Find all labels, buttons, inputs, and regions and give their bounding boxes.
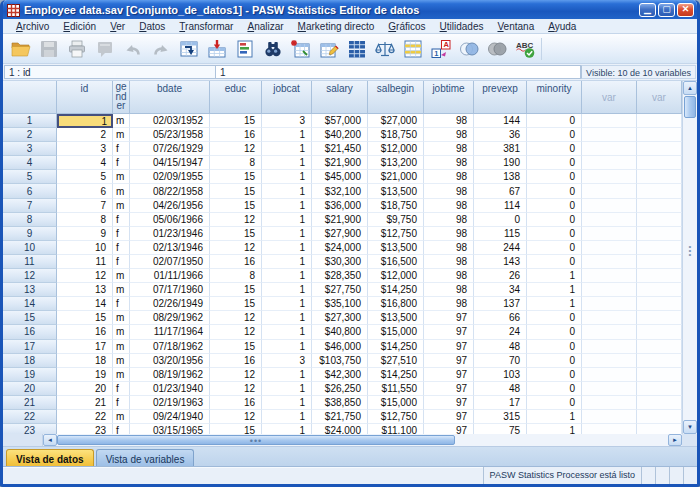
cell-r6-salbegin[interactable]: $13,500 (368, 184, 424, 198)
tab-vista-de-variables[interactable]: Vista de variables (96, 449, 195, 466)
cell-r7-prevexp[interactable]: 114 (474, 199, 527, 213)
cell-r7-id[interactable]: 7 (57, 199, 113, 213)
cell-r19-prevexp[interactable]: 103 (474, 368, 527, 382)
row-header-13[interactable]: 13 (3, 283, 57, 297)
cell-r10-salbegin[interactable]: $13,500 (368, 241, 424, 255)
cell-r13-minority[interactable]: 1 (527, 283, 582, 297)
cell-r4-salbegin[interactable]: $13,200 (368, 156, 424, 170)
cell-r23-bdate[interactable]: 03/15/1965 (130, 424, 210, 434)
cell-r23-gender[interactable]: f (113, 424, 130, 434)
cell-r10-jobcat[interactable]: 1 (262, 241, 312, 255)
cell-r12-salbegin[interactable]: $12,000 (368, 269, 424, 283)
cell-r10-minority[interactable]: 0 (527, 241, 582, 255)
cell-r23-var[interactable] (582, 424, 637, 434)
cell-r13-jobtime[interactable]: 98 (424, 283, 474, 297)
cell-r7-jobtime[interactable]: 98 (424, 199, 474, 213)
cell-r14-jobtime[interactable]: 98 (424, 297, 474, 311)
cell-r8-bdate[interactable]: 05/06/1966 (130, 213, 210, 227)
row-header-21[interactable]: 21 (3, 396, 57, 410)
cell-r10-var[interactable] (637, 241, 682, 255)
column-header-bdate[interactable]: bdate (130, 81, 210, 114)
spell-check-button[interactable]: ABC (511, 36, 539, 62)
cell-r4-jobcat[interactable]: 1 (262, 156, 312, 170)
cell-r11-var[interactable] (582, 255, 637, 269)
cell-editor[interactable]: 1 (216, 65, 581, 79)
row-header-15[interactable]: 15 (3, 311, 57, 325)
cell-r12-salary[interactable]: $28,350 (312, 269, 368, 283)
column-header-gender[interactable]: ge nd er (113, 81, 130, 114)
cell-r14-gender[interactable]: f (113, 297, 130, 311)
cell-r7-var[interactable] (582, 199, 637, 213)
cell-r22-salbegin[interactable]: $12,750 (368, 410, 424, 424)
cell-r12-bdate[interactable]: 01/11/1966 (130, 269, 210, 283)
recall-dialogs-button[interactable] (91, 36, 119, 62)
cell-r15-id[interactable]: 15 (57, 311, 113, 325)
cell-r9-salary[interactable]: $27,900 (312, 227, 368, 241)
row-header-19[interactable]: 19 (3, 368, 57, 382)
cell-r15-educ[interactable]: 12 (210, 311, 262, 325)
cell-r19-salary[interactable]: $42,300 (312, 368, 368, 382)
cell-r19-var[interactable] (637, 368, 682, 382)
cell-r2-salbegin[interactable]: $18,750 (368, 128, 424, 142)
goto-variable-button[interactable] (203, 36, 231, 62)
cell-r8-minority[interactable]: 0 (527, 213, 582, 227)
cell-r19-gender[interactable]: m (113, 368, 130, 382)
cell-r16-bdate[interactable]: 11/17/1964 (130, 325, 210, 339)
menu-utilidades[interactable]: Utilidades (433, 21, 491, 32)
close-button[interactable]: ✕ (677, 3, 694, 17)
cell-r3-jobcat[interactable]: 1 (262, 142, 312, 156)
cell-r21-prevexp[interactable]: 17 (474, 396, 527, 410)
cell-r15-prevexp[interactable]: 66 (474, 311, 527, 325)
vertical-scroll-thumb[interactable] (684, 96, 696, 118)
cell-r6-jobtime[interactable]: 98 (424, 184, 474, 198)
cell-r21-gender[interactable]: f (113, 396, 130, 410)
menu-datos[interactable]: Datos (132, 21, 172, 32)
cell-r22-minority[interactable]: 1 (527, 410, 582, 424)
cell-r17-bdate[interactable]: 07/18/1962 (130, 340, 210, 354)
cell-r10-id[interactable]: 10 (57, 241, 113, 255)
cell-r20-var[interactable] (582, 382, 637, 396)
cell-r7-bdate[interactable]: 04/26/1956 (130, 199, 210, 213)
cell-r3-var[interactable] (582, 142, 637, 156)
cell-r17-prevexp[interactable]: 48 (474, 340, 527, 354)
row-header-22[interactable]: 22 (3, 410, 57, 424)
cell-r9-var[interactable] (637, 227, 682, 241)
cell-r11-jobtime[interactable]: 98 (424, 255, 474, 269)
cell-r6-var[interactable] (582, 184, 637, 198)
minimize-button[interactable]: ▁ (639, 3, 656, 17)
cell-r18-gender[interactable]: m (113, 354, 130, 368)
cell-r10-gender[interactable]: f (113, 241, 130, 255)
cell-r21-educ[interactable]: 16 (210, 396, 262, 410)
row-header-5[interactable]: 5 (3, 170, 57, 184)
cell-r8-salary[interactable]: $21,900 (312, 213, 368, 227)
horizontal-scroll-thumb[interactable]: ••• (57, 435, 455, 445)
cell-r14-jobcat[interactable]: 1 (262, 297, 312, 311)
cell-r23-minority[interactable]: 1 (527, 424, 582, 434)
row-header-16[interactable]: 16 (3, 325, 57, 339)
cell-r10-bdate[interactable]: 02/13/1946 (130, 241, 210, 255)
cell-r15-var[interactable] (582, 311, 637, 325)
cell-r6-var[interactable] (637, 184, 682, 198)
scroll-left-icon[interactable]: ◄ (43, 434, 57, 446)
cell-r21-jobtime[interactable]: 97 (424, 396, 474, 410)
cell-r9-jobcat[interactable]: 1 (262, 227, 312, 241)
cell-r5-salary[interactable]: $45,000 (312, 170, 368, 184)
save-file-button[interactable] (35, 36, 63, 62)
cell-r16-minority[interactable]: 0 (527, 325, 582, 339)
cell-r15-salbegin[interactable]: $13,500 (368, 311, 424, 325)
cell-r20-salbegin[interactable]: $11,550 (368, 382, 424, 396)
row-header-7[interactable]: 7 (3, 199, 57, 213)
cell-r14-salary[interactable]: $35,100 (312, 297, 368, 311)
cell-r13-salbegin[interactable]: $14,250 (368, 283, 424, 297)
row-header-11[interactable]: 11 (3, 255, 57, 269)
cell-r4-var[interactable] (637, 156, 682, 170)
cell-r16-jobcat[interactable]: 1 (262, 325, 312, 339)
cell-r18-salary[interactable]: $103,750 (312, 354, 368, 368)
cell-r18-salbegin[interactable]: $27,510 (368, 354, 424, 368)
cell-r16-var[interactable] (582, 325, 637, 339)
cell-r10-jobtime[interactable]: 98 (424, 241, 474, 255)
cell-r21-var[interactable] (582, 396, 637, 410)
cell-r8-salbegin[interactable]: $9,750 (368, 213, 424, 227)
pane-splitter-grip[interactable]: ••• (250, 437, 262, 445)
value-labels-button[interactable]: A1 (427, 36, 455, 62)
